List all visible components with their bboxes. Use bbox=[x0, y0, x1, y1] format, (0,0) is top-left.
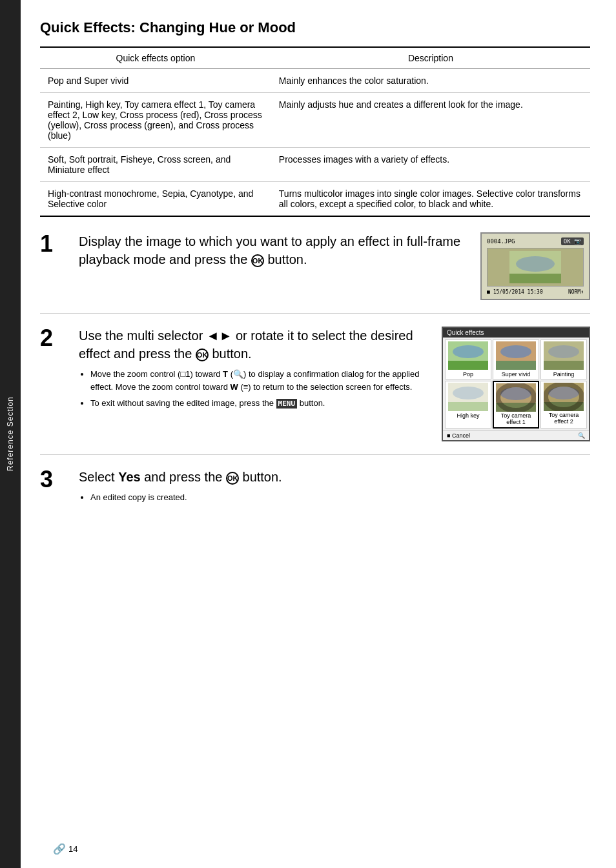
svg-point-10 bbox=[548, 345, 579, 358]
qe-item-high-key: High key bbox=[445, 381, 491, 429]
qe-label-pop: Pop bbox=[463, 371, 473, 378]
ok-button-icon-2: OK bbox=[196, 348, 209, 361]
table-row: Soft, Soft portrait, Fisheye, Cross scre… bbox=[40, 148, 590, 182]
table-cell-desc-1: Mainly adjusts hue and creates a differe… bbox=[271, 93, 590, 148]
svg-rect-11 bbox=[544, 361, 584, 370]
footer-loop-icon: 🔗 bbox=[53, 843, 66, 855]
table-row: Painting, High key, Toy camera effect 1,… bbox=[40, 93, 590, 148]
step-3: 3 Select Yes and press the OK button. An… bbox=[40, 468, 590, 521]
step-1-content: Display the image to which you want to a… bbox=[79, 232, 470, 274]
qe-item-toy-camera-2: Toy camera effect 2 bbox=[540, 381, 587, 429]
table-cell-option-3: High-contrast monochrome, Sepia, Cyanoty… bbox=[40, 182, 271, 217]
table-cell-option-1: Painting, High key, Toy camera effect 1,… bbox=[40, 93, 271, 148]
step-1-heading: Display the image to which you want to a… bbox=[79, 232, 470, 268]
step-3-content: Select Yes and press the OK button. An e… bbox=[79, 468, 590, 508]
page-wrapper: Reference Section Quick Effects: Changin… bbox=[0, 0, 616, 868]
qe-thumb-painting bbox=[544, 341, 584, 370]
step-3-bullet-1: An edited copy is created. bbox=[90, 491, 590, 504]
ok-button-icon-3: OK bbox=[226, 472, 239, 485]
svg-rect-2 bbox=[509, 274, 561, 283]
qe-label-toy-camera-2: Toy camera effect 2 bbox=[542, 412, 585, 425]
menu-button-label: MENU bbox=[276, 399, 298, 409]
table-row: Pop and Super vividMainly enhances the c… bbox=[40, 69, 590, 93]
step-2-bullet-2: To exit without saving the edited image,… bbox=[90, 397, 431, 410]
table-col1-header: Quick effects option bbox=[40, 47, 271, 69]
step-1-image: 0004.JPG OK 📷 ■ 15/05/2014 15:30 N bbox=[480, 232, 590, 300]
step-3-bullets: An edited copy is created. bbox=[90, 491, 590, 504]
svg-rect-14 bbox=[448, 402, 488, 411]
sidebar-label: Reference Section bbox=[6, 397, 15, 472]
svg-point-1 bbox=[516, 256, 555, 272]
camera-ok-badge: OK 📷 bbox=[561, 237, 584, 245]
svg-point-7 bbox=[500, 345, 531, 358]
camera-norm-label: NORM⬆ bbox=[568, 289, 584, 295]
qe-thumb-pop bbox=[448, 341, 488, 370]
step-2-bullets: Move the zoom control (□1) toward T (🔍) … bbox=[90, 368, 431, 410]
step-2-content: Use the multi selector ◄► or rotate it t… bbox=[79, 327, 431, 414]
qe-item-toy-camera-1: Toy camera effect 1 bbox=[493, 381, 539, 429]
step-1: 1 Display the image to which you want to… bbox=[40, 232, 590, 314]
step-1-number: 1 bbox=[40, 232, 72, 256]
footer-page-number: 14 bbox=[68, 844, 77, 854]
qe-thumb-supervivid bbox=[496, 341, 536, 370]
qe-item-painting: Painting bbox=[540, 339, 587, 379]
qe-label-high-key: High key bbox=[457, 412, 479, 419]
table-cell-option-2: Soft, Soft portrait, Fisheye, Cross scre… bbox=[40, 148, 271, 182]
page-title: Quick Effects: Changing Hue or Mood bbox=[40, 19, 590, 36]
svg-rect-5 bbox=[448, 361, 488, 370]
svg-point-4 bbox=[453, 345, 484, 358]
effects-table: Quick effects option Description Pop and… bbox=[40, 46, 590, 217]
qe-label-painting: Painting bbox=[553, 371, 575, 378]
qe-label-super-vivid: Super vivid bbox=[502, 371, 531, 378]
table-row: High-contrast monochrome, Sepia, Cyanoty… bbox=[40, 182, 590, 217]
ok-button-icon-1: OK bbox=[251, 254, 264, 267]
svg-rect-8 bbox=[496, 361, 536, 370]
page-footer: 🔗 14 bbox=[53, 843, 77, 855]
step-3-number: 3 bbox=[40, 468, 72, 491]
table-cell-option-0: Pop and Super vivid bbox=[40, 69, 271, 93]
main-content: Quick Effects: Changing Hue or Mood Quic… bbox=[21, 0, 616, 868]
step-2-image: Quick effects Pop bbox=[442, 327, 590, 441]
camera-display-file: 0004.JPG bbox=[487, 238, 515, 245]
qe-thumb-highkey bbox=[448, 383, 488, 411]
table-cell-desc-0: Mainly enhances the color saturation. bbox=[271, 69, 590, 93]
table-cell-desc-2: Processes images with a variety of effec… bbox=[271, 148, 590, 182]
camera-thumbnail bbox=[509, 251, 561, 283]
step-2-number: 2 bbox=[40, 327, 72, 350]
qe-thumb-toycam1 bbox=[496, 383, 536, 412]
step-2: 2 Use the multi selector ◄► or rotate it… bbox=[40, 327, 590, 455]
qe-zoom-label: 🔍 bbox=[578, 432, 585, 439]
svg-point-13 bbox=[453, 387, 484, 399]
step-3-heading: Select Yes and press the OK button. bbox=[79, 468, 590, 486]
camera-display-date: ■ 15/05/2014 15:30 bbox=[487, 289, 543, 295]
qe-cancel-label: ■ Cancel bbox=[447, 432, 470, 439]
step-2-heading: Use the multi selector ◄► or rotate it t… bbox=[79, 327, 431, 363]
qe-panel-title: Quick effects bbox=[443, 328, 589, 338]
qe-item-super-vivid: Super vivid bbox=[493, 339, 539, 379]
sidebar: Reference Section bbox=[0, 0, 21, 868]
qe-thumb-toycam2 bbox=[544, 383, 584, 411]
qe-label-toy-camera-1: Toy camera effect 1 bbox=[495, 413, 537, 426]
table-cell-desc-3: Turns multicolor images into single colo… bbox=[271, 182, 590, 217]
step-2-bullet-1: Move the zoom control (□1) toward T (🔍) … bbox=[90, 368, 431, 393]
table-col2-header: Description bbox=[271, 47, 590, 69]
qe-item-pop: Pop bbox=[445, 339, 491, 379]
